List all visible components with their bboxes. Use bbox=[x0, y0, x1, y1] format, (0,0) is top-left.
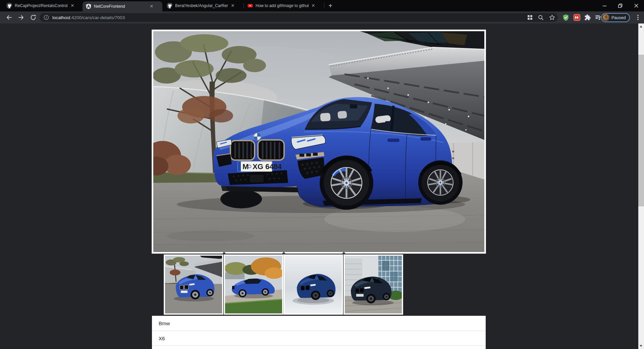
thumbnail-3[interactable] bbox=[284, 255, 343, 314]
info-icon[interactable] bbox=[44, 15, 49, 20]
thumbnail-1[interactable] bbox=[164, 255, 223, 314]
url-host: localhost bbox=[52, 15, 70, 20]
thumb-photo-studio bbox=[285, 256, 342, 313]
thumbnail-caret-icon bbox=[342, 252, 346, 254]
thumbnail-caret-icon bbox=[222, 252, 226, 254]
tab-close-icon[interactable]: ✕ bbox=[311, 3, 316, 8]
back-icon[interactable] bbox=[6, 14, 12, 21]
minimize-icon[interactable] bbox=[597, 0, 612, 11]
reload-icon[interactable] bbox=[30, 14, 37, 21]
new-tab-button[interactable]: + bbox=[326, 2, 335, 10]
tab-youtube[interactable]: How to add gif/image to github ✕ bbox=[244, 0, 323, 11]
bookmark-star-icon[interactable] bbox=[549, 14, 555, 20]
thumb-photo-autumn-side bbox=[225, 256, 282, 313]
browser-toolbar: localhost:4200/cars/car-details/7003 bbox=[0, 11, 644, 23]
thumbnail-2[interactable] bbox=[224, 255, 283, 314]
page-content: M XG 6484 bbox=[0, 23, 638, 349]
url-path: :4200/cars/car-details/7003 bbox=[70, 15, 125, 20]
tab-title: ReCapProject/RentalsController.c bbox=[15, 3, 68, 8]
url-text[interactable]: localhost:4200/cars/car-details/7003 bbox=[52, 15, 125, 20]
adguard-shield-icon[interactable] bbox=[562, 14, 569, 21]
window-controls bbox=[597, 0, 644, 11]
tab-separator bbox=[244, 3, 244, 8]
thumbnail-4[interactable] bbox=[344, 255, 403, 314]
tab-title: NetCoreFrontend bbox=[94, 4, 147, 9]
tab-title: How to add gif/image to github bbox=[256, 3, 309, 8]
tab-title: BeratYesbek/Angular_CarRentalP bbox=[175, 3, 228, 8]
close-icon[interactable] bbox=[628, 0, 644, 11]
plate-prefix: M bbox=[243, 162, 249, 171]
youtube-icon bbox=[248, 3, 253, 8]
address-bar[interactable]: localhost:4200/cars/car-details/7003 bbox=[40, 13, 558, 22]
page-scrollbar[interactable] bbox=[638, 23, 644, 349]
thumb-photo-front-museum bbox=[165, 256, 222, 313]
apps-grid-icon[interactable] bbox=[527, 14, 533, 20]
scrollbar-thumb[interactable] bbox=[638, 55, 644, 206]
car-photo-bmw-x6: M XG 6484 bbox=[153, 31, 484, 252]
zoom-magnifier-icon[interactable] bbox=[538, 14, 544, 20]
tab-close-icon[interactable]: ✕ bbox=[230, 3, 235, 8]
list-item-model: X6 bbox=[152, 331, 486, 346]
restore-icon[interactable] bbox=[612, 0, 628, 11]
gallery-main-image[interactable]: M XG 6484 bbox=[152, 30, 486, 253]
forward-icon[interactable] bbox=[18, 14, 24, 21]
car-details-list: Bmw X6 bbox=[152, 316, 486, 349]
license-plate: M XG 6484 bbox=[238, 161, 282, 171]
avatar bbox=[602, 14, 609, 21]
thumb-photo-city bbox=[345, 256, 402, 313]
list-item-partial bbox=[152, 346, 486, 349]
github-icon bbox=[7, 3, 12, 8]
profile-status-label: Paused bbox=[611, 15, 626, 20]
profile-chip[interactable]: Paused bbox=[601, 13, 630, 22]
tab-beratyesbek[interactable]: BeratYesbek/Angular_CarRentalP ✕ bbox=[164, 0, 243, 11]
angular-icon bbox=[86, 4, 91, 9]
tab-close-icon[interactable]: ✕ bbox=[149, 4, 154, 9]
list-item-brand: Bmw bbox=[152, 316, 486, 331]
github-icon bbox=[167, 3, 172, 8]
tab-close-icon[interactable]: ✕ bbox=[70, 3, 75, 8]
tab-recapproject[interactable]: ReCapProject/RentalsController.c ✕ bbox=[3, 0, 81, 11]
scroll-up-icon[interactable] bbox=[640, 26, 642, 28]
tab-strip: ReCapProject/RentalsController.c ✕ NetCo… bbox=[0, 0, 644, 11]
tab-separator bbox=[324, 3, 324, 8]
scroll-down-icon[interactable] bbox=[640, 345, 642, 347]
plate-number: XG 6484 bbox=[253, 162, 282, 171]
tab-netcorefrontend[interactable]: NetCoreFrontend ✕ bbox=[83, 1, 162, 11]
kebab-menu-icon[interactable] bbox=[635, 14, 641, 20]
media-playlist-icon[interactable] bbox=[595, 14, 601, 21]
puzzle-extensions-icon[interactable] bbox=[584, 14, 591, 21]
thumbnail-caret-icon bbox=[282, 252, 286, 254]
enhancer-red-icon[interactable] bbox=[574, 14, 580, 21]
